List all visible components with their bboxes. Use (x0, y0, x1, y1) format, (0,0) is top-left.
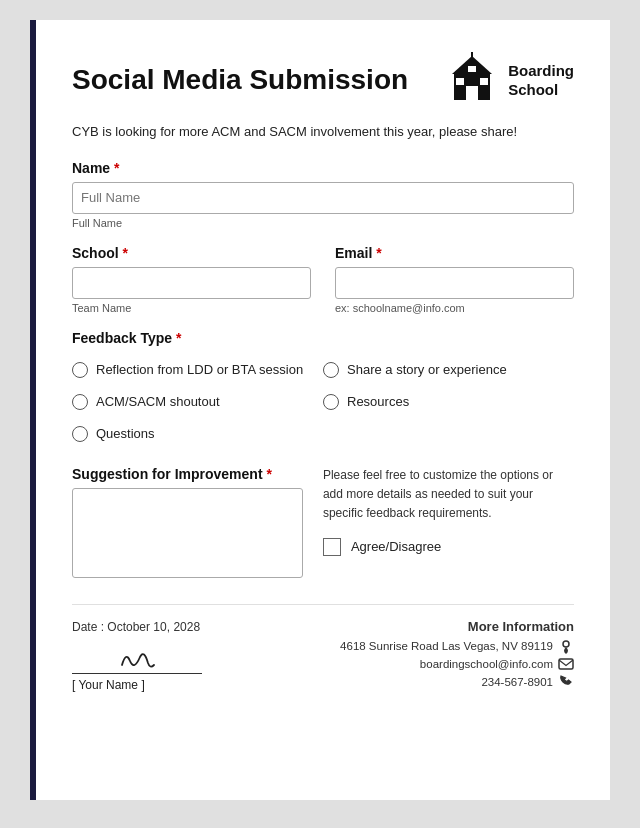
email-row: boardingschool@info.com (340, 656, 574, 672)
address-row: 4618 Sunrise Road Las Vegas, NV 89119 (340, 638, 574, 654)
svg-rect-8 (559, 659, 573, 669)
email-input[interactable] (335, 267, 574, 299)
agree-checkbox[interactable] (323, 538, 341, 556)
radio-share[interactable] (323, 362, 339, 378)
contact-email: boardingschool@info.com (420, 658, 553, 670)
phone-row: 234-567-8901 (340, 674, 574, 690)
signature-area: [ Your Name ] (72, 642, 202, 692)
school-hint: Team Name (72, 302, 311, 314)
name-label: Name * (72, 160, 574, 176)
email-hint: ex: schoolname@info.com (335, 302, 574, 314)
radio-item-resources[interactable]: Resources (323, 386, 574, 418)
more-info-title: More Information (340, 619, 574, 634)
radio-acm[interactable] (72, 394, 88, 410)
contact-phone: 234-567-8901 (481, 676, 553, 688)
radio-item-questions[interactable]: Questions (72, 418, 323, 450)
radio-grid: Reflection from LDD or BTA session Share… (72, 354, 574, 450)
svg-rect-3 (456, 78, 464, 85)
info-col: Please feel free to customize the option… (323, 466, 574, 582)
svg-rect-6 (468, 66, 476, 72)
footer-left: Date : October 10, 2028 [ Your Name ] (72, 620, 202, 692)
radio-resources[interactable] (323, 394, 339, 410)
footer: Date : October 10, 2028 [ Your Name ] Mo… (72, 604, 574, 692)
school-name-text: BoardingSchool (508, 61, 574, 100)
location-icon (558, 638, 574, 654)
signature-line (72, 642, 202, 674)
radio-item-ldd[interactable]: Reflection from LDD or BTA session (72, 354, 323, 386)
radio-ldd[interactable] (72, 362, 88, 378)
feedback-type-section: Feedback Type * Reflection from LDD or B… (72, 330, 574, 450)
school-email-row: School * Team Name Email * ex: schoolnam… (72, 245, 574, 314)
footer-right: More Information 4618 Sunrise Road Las V… (340, 619, 574, 692)
radio-questions[interactable] (72, 426, 88, 442)
info-text: Please feel free to customize the option… (323, 466, 574, 524)
school-input[interactable] (72, 267, 311, 299)
feedback-label: Feedback Type * (72, 330, 574, 346)
email-label: Email * (335, 245, 574, 261)
suggestion-textarea[interactable] (72, 488, 303, 578)
name-input[interactable] (72, 182, 574, 214)
agree-row: Agree/Disagree (323, 537, 574, 558)
radio-item-acm[interactable]: ACM/SACM shoutout (72, 386, 323, 418)
svg-rect-4 (480, 78, 488, 85)
date-text: Date : October 10, 2028 (72, 620, 202, 634)
svg-rect-2 (466, 86, 478, 100)
signer-name: [ Your Name ] (72, 678, 202, 692)
address-text: 4618 Sunrise Road Las Vegas, NV 89119 (340, 640, 553, 652)
name-hint: Full Name (72, 217, 574, 229)
agree-label: Agree/Disagree (351, 537, 441, 558)
page-title: Social Media Submission (72, 65, 408, 96)
email-icon (558, 656, 574, 672)
suggestion-col: Suggestion for Improvement * (72, 466, 303, 582)
phone-icon (558, 674, 574, 690)
name-field-group: Name * Full Name (72, 160, 574, 229)
suggestion-label: Suggestion for Improvement * (72, 466, 303, 482)
bottom-section: Suggestion for Improvement * Please feel… (72, 466, 574, 582)
header-right: BoardingSchool (446, 52, 574, 108)
email-field-group: Email * ex: schoolname@info.com (335, 245, 574, 314)
name-required-star: * (114, 160, 119, 176)
svg-point-7 (563, 641, 569, 647)
form-page: Social Media Submission (30, 20, 610, 800)
school-icon (446, 52, 498, 108)
header: Social Media Submission (72, 52, 574, 108)
radio-item-share[interactable]: Share a story or experience (323, 354, 574, 386)
svg-rect-5 (471, 52, 473, 62)
subtitle-text: CYB is looking for more ACM and SACM inv… (72, 122, 574, 142)
school-field-group: School * Team Name (72, 245, 311, 314)
school-label: School * (72, 245, 311, 261)
